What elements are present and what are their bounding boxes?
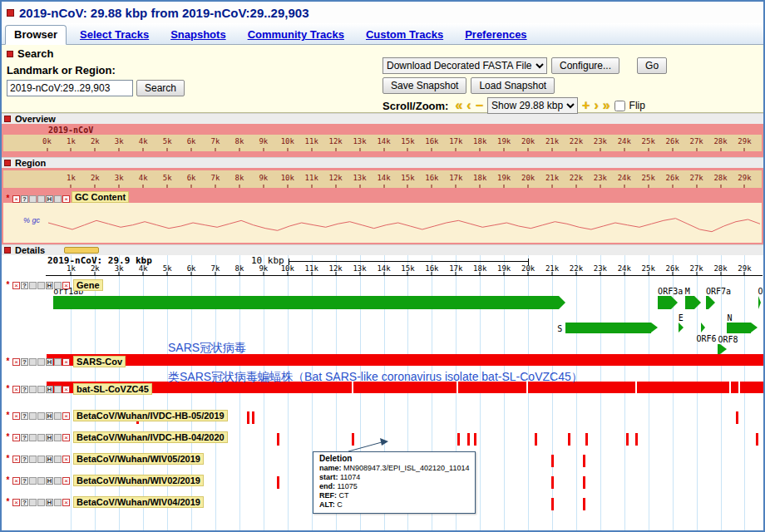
- highlight-track-icon[interactable]: H: [46, 358, 53, 366]
- variant-tick[interactable]: [457, 433, 460, 446]
- help-track-icon[interactable]: ?: [21, 434, 28, 441]
- flip-checkbox[interactable]: [614, 101, 625, 111]
- variant-tick[interactable]: [583, 455, 585, 467]
- highlight-track-icon[interactable]: H: [46, 195, 53, 203]
- tab-preferences[interactable]: Preferences: [457, 26, 535, 44]
- variant-tick[interactable]: [551, 498, 554, 510]
- collapse-track-icon[interactable]: *: [4, 456, 12, 463]
- variant-tick[interactable]: [756, 433, 758, 446]
- share-track-icon[interactable]: [54, 282, 62, 289]
- delete-track-icon[interactable]: ×: [62, 282, 70, 289]
- gene-glyph-M[interactable]: [685, 296, 694, 309]
- go-button[interactable]: Go: [637, 57, 667, 74]
- help-track-icon[interactable]: ?: [21, 195, 28, 203]
- share-track-icon[interactable]: [54, 195, 62, 203]
- close-track-icon[interactable]: ×: [12, 499, 20, 506]
- track-title-gene[interactable]: *×?H× Gene: [4, 279, 103, 291]
- details-panel[interactable]: 2019-nCoV: 29.9 kbp 10 kbp *×?H× Gene De…: [2, 255, 763, 530]
- zoom-out-icon[interactable]: −: [476, 99, 483, 112]
- variant-tick[interactable]: [568, 433, 570, 446]
- config-track-icon[interactable]: [29, 282, 37, 289]
- track-title-betacov-wuhan-wiv04-2019[interactable]: *×?H×BetaCoV/Wuhan/WIV04/2019: [4, 496, 204, 508]
- save-track-icon[interactable]: [37, 456, 45, 463]
- variant-tick[interactable]: [551, 455, 554, 467]
- share-track-icon[interactable]: [54, 434, 62, 441]
- tab-snapshots[interactable]: Snapshots: [162, 26, 234, 44]
- save-track-icon[interactable]: [37, 477, 45, 485]
- share-track-icon[interactable]: [54, 477, 62, 485]
- share-track-icon[interactable]: [54, 358, 62, 366]
- delete-track-icon[interactable]: ×: [62, 358, 70, 366]
- details-pan-handle[interactable]: [64, 247, 99, 254]
- alignment-bar[interactable]: [47, 354, 763, 366]
- collapse-track-icon[interactable]: *: [4, 412, 12, 420]
- region-panel[interactable]: 1k2k3k4k5k6k7k8k9k10k11k12k13k14k15k16k1…: [2, 168, 763, 191]
- collapse-section-icon[interactable]: [4, 247, 11, 254]
- track-title-sars-cov[interactable]: *×?H×SARS-Cov: [4, 356, 126, 367]
- collapse-track-icon[interactable]: *: [4, 386, 12, 393]
- variant-tick[interactable]: [467, 433, 470, 446]
- highlight-track-icon[interactable]: H: [46, 434, 53, 441]
- highlight-track-icon[interactable]: H: [46, 499, 53, 506]
- close-track-icon[interactable]: ×: [12, 282, 20, 289]
- share-track-icon[interactable]: [54, 386, 62, 393]
- configure-button[interactable]: Configure...: [551, 57, 619, 74]
- delete-track-icon[interactable]: ×: [62, 412, 70, 420]
- tab-select-tracks[interactable]: Select Tracks: [72, 26, 157, 44]
- save-track-icon[interactable]: [37, 358, 45, 366]
- tab-community-tracks[interactable]: Community Tracks: [239, 26, 353, 44]
- collapse-section-icon[interactable]: [4, 116, 11, 122]
- download-select[interactable]: Download Decorated FASTA File: [382, 57, 547, 74]
- variant-tick[interactable]: [535, 433, 537, 446]
- collapse-track-icon[interactable]: *: [4, 434, 12, 441]
- close-track-icon[interactable]: ×: [12, 456, 20, 463]
- variant-tick[interactable]: [583, 498, 585, 510]
- variant-tick[interactable]: [474, 433, 476, 446]
- config-track-icon[interactable]: [29, 195, 37, 203]
- variant-tick[interactable]: [635, 433, 638, 446]
- track-title-betacov-wuhan-wiv02-2019[interactable]: *×?H×BetaCoV/Wuhan/WIV02/2019: [4, 475, 204, 486]
- gene-glyph-ORF3a[interactable]: [658, 296, 671, 309]
- help-track-icon[interactable]: ?: [21, 282, 28, 289]
- share-track-icon[interactable]: [54, 499, 62, 506]
- gene-glyph-S[interactable]: [565, 323, 651, 333]
- highlight-track-icon[interactable]: H: [46, 386, 53, 393]
- variant-tick[interactable]: [277, 433, 279, 446]
- highlight-track-icon[interactable]: H: [46, 477, 53, 485]
- gene-glyph-N[interactable]: [727, 323, 750, 333]
- load-snapshot-button[interactable]: Load Snapshot: [471, 77, 555, 94]
- collapse-section-icon[interactable]: [7, 51, 13, 57]
- zoom-in-icon[interactable]: +: [582, 99, 590, 112]
- track-title-bat-sl-covzc45[interactable]: *×?H×bat-SL-CoVZC45: [4, 383, 152, 395]
- track-title-betacov-wuhan-ivdc-hb-05-2019[interactable]: *×?H×BetaCoV/Wuhan/IVDC-HB-05/2019: [4, 410, 228, 421]
- config-track-icon[interactable]: [29, 386, 37, 393]
- variant-tick[interactable]: [736, 411, 738, 424]
- help-track-icon[interactable]: ?: [21, 456, 28, 463]
- collapse-section-icon[interactable]: [4, 160, 11, 166]
- delete-track-icon[interactable]: ×: [62, 477, 70, 485]
- delete-track-icon[interactable]: ×: [62, 434, 70, 441]
- close-track-icon[interactable]: ×: [12, 434, 20, 441]
- collapse-track-icon[interactable]: *: [4, 195, 12, 203]
- share-track-icon[interactable]: [54, 412, 62, 420]
- delete-track-icon[interactable]: ×: [62, 456, 70, 463]
- close-track-icon[interactable]: ×: [12, 358, 20, 366]
- landmark-input[interactable]: [7, 80, 133, 96]
- save-track-icon[interactable]: [37, 282, 45, 289]
- overview-panel[interactable]: 2019-nCoV 0k1k2k3k4k5k6k7k8k9k10k11k12k1…: [2, 124, 763, 157]
- save-track-icon[interactable]: [37, 434, 45, 441]
- close-track-icon[interactable]: ×: [12, 477, 20, 485]
- delete-track-icon[interactable]: ×: [62, 386, 70, 393]
- delete-track-icon[interactable]: ×: [62, 499, 70, 506]
- save-snapshot-button[interactable]: Save Snapshot: [382, 77, 466, 94]
- save-track-icon[interactable]: [37, 412, 45, 420]
- config-track-icon[interactable]: [29, 412, 37, 420]
- track-title-betacov-wuhan-wiv05-2019[interactable]: *×?H×BetaCoV/Wuhan/WIV05/2019: [4, 453, 204, 465]
- track-title-gc-content[interactable]: GC Content: [72, 191, 129, 203]
- config-track-icon[interactable]: [29, 499, 37, 506]
- close-track-icon[interactable]: ×: [12, 412, 20, 420]
- pan-left-icon[interactable]: ‹: [466, 99, 471, 112]
- config-track-icon[interactable]: [29, 434, 37, 441]
- track-title-betacov-wuhan-ivdc-hb-04-2020[interactable]: *×?H×BetaCoV/Wuhan/IVDC-HB-04/2020: [4, 431, 228, 443]
- tab-browser[interactable]: Browser: [5, 25, 67, 45]
